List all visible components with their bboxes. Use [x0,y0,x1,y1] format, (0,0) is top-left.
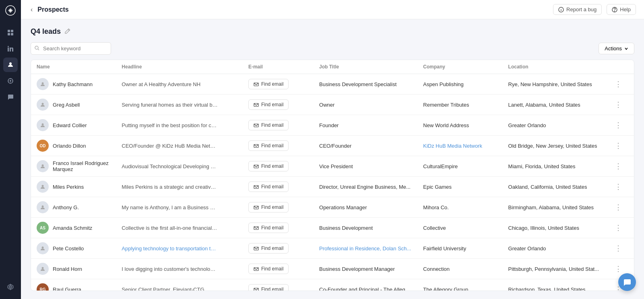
find-email-button[interactable]: Find email [248,243,289,254]
name-cell: AS Amanda Schmitz [31,218,116,238]
col-header-email: E-mail [243,60,314,74]
svg-rect-4 [11,33,13,35]
headline-cell: My name is Anthony, I am a Business Deve… [116,197,243,218]
headline-cell: Applying technology to transportation to… [116,238,243,259]
table-header-row: Name Headline E-mail Job Title Company L… [31,60,634,74]
email-cell: Find email [243,156,314,177]
email-cell: Find email [243,115,314,136]
table-row: Edward Collier Putting myself in the bes… [31,115,634,136]
prospect-name: Greg Asbell [53,102,80,108]
sidebar-item-settings[interactable] [3,280,18,294]
email-cell: Find email [243,136,314,156]
col-header-company: Company [417,60,502,74]
table-row: RG Raul Guerra Senior Client Partner, El… [31,279,634,291]
search-wrapper [31,42,111,55]
more-options-button[interactable]: ⋮ [612,181,624,192]
email-cell: Find email [243,218,314,238]
find-email-button[interactable]: Find email [248,284,289,291]
location-cell: Oakland, California, United States [503,177,607,197]
location-cell: Chicago, Illinois, United States [503,218,607,238]
sidebar-item-campaigns[interactable] [3,74,18,88]
find-email-button[interactable]: Find email [248,161,289,171]
prospect-name: Raul Guerra [53,287,81,291]
chat-bubble[interactable] [618,273,636,291]
svg-rect-5 [8,47,9,52]
collapse-button[interactable]: ‹ [29,4,34,15]
company-cell: New World Address [417,115,502,136]
location-cell: Richardson, Texas, United States [503,279,607,291]
report-bug-button[interactable]: Report a bug [553,4,602,15]
job-cell: Vice President [314,156,417,177]
svg-point-6 [8,46,9,47]
more-options-button[interactable]: ⋮ [612,223,624,233]
header-actions: Report a bug Help [553,4,636,15]
job-cell: Director, Unreal Engine Business, Me... [314,177,417,197]
more-options-button[interactable]: ⋮ [612,140,624,151]
table-row: OD Orlando Dillon CEO/Founder @ KiDz HuB… [31,136,634,156]
help-button[interactable]: Help [607,4,636,15]
find-email-label: Find email [261,163,283,169]
find-email-button[interactable]: Find email [248,181,289,192]
company-cell: Remember Tributes [417,95,502,115]
actions-cell: ⋮ [607,115,634,136]
find-email-button[interactable]: Find email [248,79,289,89]
name-cell: Ronald Horn [31,259,116,279]
more-options-button[interactable]: ⋮ [612,264,624,274]
sidebar-item-linkedin[interactable] [3,41,18,56]
svg-point-37 [42,247,44,249]
company-cell: Collective [417,218,502,238]
sidebar-item-messages[interactable] [3,90,18,104]
company-link[interactable]: KiDz HuB Media Network [423,143,482,149]
actions-cell: ⋮ [607,136,634,156]
col-header-job: Job Title [314,60,417,74]
sidebar-item-dashboard[interactable] [3,25,18,40]
logo [5,5,16,17]
more-options-button[interactable]: ⋮ [612,79,624,89]
more-options-button[interactable]: ⋮ [612,161,624,171]
job-cell: Business Development [314,218,417,238]
avatar: AS [37,222,49,234]
find-email-button[interactable]: Find email [248,264,289,274]
find-email-label: Find email [261,102,283,107]
table-row: Ronald Horn I love digging into customer… [31,259,634,279]
name-cell: Anthony G. [31,197,116,218]
table-row: Kathy Bachmann Owner at A Healthy Advent… [31,74,634,95]
svg-point-39 [42,267,44,269]
more-options-button[interactable]: ⋮ [612,120,624,130]
sidebar-item-contacts[interactable] [3,58,18,72]
headline-cell: Audiovisual Technological Developing Gro… [116,156,243,177]
avatar: OD [37,140,49,152]
actions-button[interactable]: Actions [599,43,634,54]
prospect-name: Ronald Horn [53,266,82,272]
find-email-button[interactable]: Find email [248,202,289,212]
more-options-button[interactable]: ⋮ [612,99,624,110]
find-email-button[interactable]: Find email [248,140,289,151]
search-input[interactable] [31,42,111,55]
list-title-row: Q4 leads [31,27,634,36]
name-cell: Pete Costello [31,238,116,259]
svg-point-23 [42,82,44,85]
svg-line-22 [38,49,39,50]
more-options-button[interactable]: ⋮ [612,243,624,254]
prospect-name: Kathy Bachmann [53,81,93,87]
email-cell: Find email [243,95,314,115]
find-email-button[interactable]: Find email [248,223,289,233]
job-cell: Founder [314,115,417,136]
location-cell: Miami, Florida, United States [503,156,607,177]
find-email-button[interactable]: Find email [248,120,289,130]
help-label: Help [620,6,631,12]
find-email-button[interactable]: Find email [248,99,289,110]
location-cell: Greater Orlando [503,238,607,259]
more-options-button[interactable]: ⋮ [612,202,624,212]
sidebar [0,0,21,299]
svg-rect-1 [8,30,10,32]
name-cell: Greg Asbell [31,95,116,115]
col-header-location: Location [503,60,607,74]
svg-point-32 [42,185,44,187]
svg-point-7 [9,62,12,65]
edit-icon[interactable] [65,28,70,35]
find-email-label: Find email [261,287,283,291]
job-cell: CEO/Founder [314,136,417,156]
page-title: Prospects [37,6,68,13]
actions-cell: ⋮ [607,74,634,95]
